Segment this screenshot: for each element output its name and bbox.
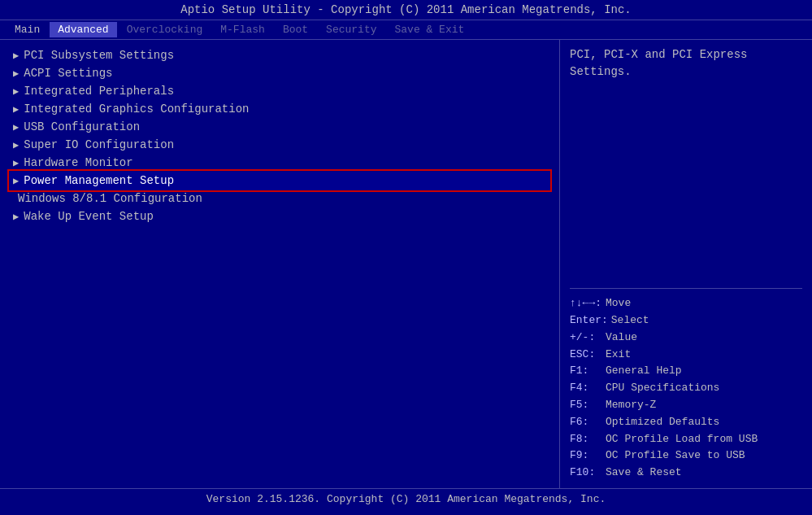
menu-item-m-flash: M-Flash [212, 22, 273, 37]
menu-item-security: Security [318, 22, 384, 37]
status-text: Version 2.15.1236. Copyright (C) 2011 Am… [206, 493, 606, 505]
key-binding-line: +/-:Value [570, 330, 802, 347]
key-binding-line: F4:CPU Specifications [570, 380, 802, 397]
menu-bar: MainAdvancedOverclockingM-FlashBootSecur… [0, 20, 812, 40]
right-panel: PCI, PCI-X and PCI Express Settings. ↑↓←… [560, 40, 812, 488]
entry-arrow-icon: ▶ [13, 68, 19, 80]
key-binding-line: F10:Save & Reset [570, 465, 802, 482]
key-binding-line: F9:OC Profile Save to USB [570, 447, 802, 465]
entry-label: Integrated Peripherals [24, 85, 174, 98]
entry-arrow-icon: ▶ [13, 157, 19, 169]
key-name: Enter: [570, 312, 608, 330]
key-name: ↑↓←→: [570, 295, 602, 312]
entry-label: Integrated Graphics Configuration [24, 103, 249, 116]
menu-item-overclocking: Overclocking [119, 22, 211, 37]
key-binding-line: ↑↓←→:Move [570, 295, 802, 312]
menu-entry-integrated-peripherals[interactable]: ▶Integrated Peripherals [10, 82, 549, 100]
title-bar: Aptio Setup Utility - Copyright (C) 2011… [0, 0, 812, 20]
key-desc: General Help [606, 363, 682, 380]
key-desc: Memory-Z [606, 397, 656, 414]
entry-label: USB Configuration [24, 120, 140, 133]
menu-entry-hardware-monitor[interactable]: ▶Hardware Monitor [10, 154, 549, 172]
menu-entry-pci-subsystem-settings[interactable]: ▶PCI Subsystem Settings [10, 46, 549, 64]
key-help: ↑↓←→:MoveEnter:Select+/-:ValueESC:ExitF1… [570, 295, 802, 482]
key-desc: Select [611, 312, 649, 330]
key-name: F8: [570, 431, 602, 448]
entry-label: Super IO Configuration [24, 138, 174, 151]
key-binding-line: F1:General Help [570, 363, 802, 380]
key-desc: Exit [606, 347, 631, 364]
key-binding-line: Enter:Select [570, 312, 802, 330]
help-text: PCI, PCI-X and PCI Express Settings. [570, 46, 802, 87]
key-binding-line: F8:OC Profile Load from USB [570, 431, 802, 448]
entry-label: PCI Subsystem Settings [24, 49, 174, 62]
key-desc: Value [606, 330, 637, 347]
entry-label: Hardware Monitor [24, 156, 132, 169]
key-binding-line: F5:Memory-Z [570, 397, 802, 414]
entry-arrow-icon: ▶ [13, 85, 19, 98]
menu-entry-super-io-configuration[interactable]: ▶Super IO Configuration [10, 136, 549, 154]
status-bar: Version 2.15.1236. Copyright (C) 2011 Am… [0, 488, 812, 509]
entry-label: Wake Up Event Setup [24, 210, 154, 223]
key-name: F1: [570, 363, 602, 380]
entry-arrow-icon: ▶ [13, 50, 19, 62]
key-desc: OC Profile Load from USB [606, 431, 758, 448]
key-name: F5: [570, 397, 602, 414]
menu-entry-integrated-graphics-configuration[interactable]: ▶Integrated Graphics Configuration [10, 100, 549, 118]
menu-entry-power-management-setup[interactable]: ▶Power Management Setup [10, 172, 549, 190]
key-name: +/-: [570, 330, 602, 347]
key-name: F6: [570, 414, 602, 431]
entry-arrow-icon: ▶ [13, 121, 19, 133]
menu-item-advanced[interactable]: Advanced [50, 22, 116, 37]
title-text: Aptio Setup Utility - Copyright (C) 2011… [180, 3, 632, 16]
menu-item-main[interactable]: Main [7, 22, 48, 37]
entry-label: Power Management Setup [24, 174, 174, 187]
menu-entry-windows-8-8-1-configuration[interactable]: Windows 8/8.1 Configuration [10, 190, 549, 207]
key-name: F9: [570, 447, 602, 465]
key-desc: Save & Reset [606, 465, 682, 482]
menu-item-save---exit: Save & Exit [387, 22, 473, 37]
entry-arrow-icon: ▶ [13, 211, 19, 223]
key-binding-line: F6:Optimized Defaults [570, 414, 802, 431]
menu-item-boot: Boot [275, 22, 316, 37]
key-binding-line: ESC:Exit [570, 347, 802, 364]
entry-arrow-icon: ▶ [13, 175, 19, 187]
entry-label: ACPI Settings [24, 67, 112, 80]
entry-label: Windows 8/8.1 Configuration [18, 192, 202, 205]
key-desc: CPU Specifications [606, 380, 719, 397]
menu-entry-wake-up-event-setup[interactable]: ▶Wake Up Event Setup [10, 207, 549, 225]
key-name: ESC: [570, 347, 602, 364]
key-name: F10: [570, 465, 602, 482]
main-content: ▶PCI Subsystem Settings▶ACPI Settings▶In… [0, 40, 812, 488]
menu-entry-acpi-settings[interactable]: ▶ACPI Settings [10, 64, 549, 82]
key-name: F4: [570, 380, 602, 397]
entry-arrow-icon: ▶ [13, 139, 19, 151]
panel-divider [570, 288, 802, 289]
entry-arrow-icon: ▶ [13, 103, 19, 116]
key-desc: Move [606, 295, 631, 312]
left-panel: ▶PCI Subsystem Settings▶ACPI Settings▶In… [0, 40, 560, 488]
key-desc: OC Profile Save to USB [606, 447, 745, 465]
menu-entry-usb-configuration[interactable]: ▶USB Configuration [10, 118, 549, 136]
key-desc: Optimized Defaults [606, 414, 719, 431]
